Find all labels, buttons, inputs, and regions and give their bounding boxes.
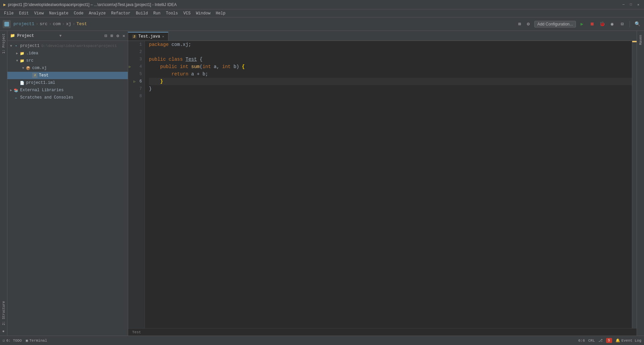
menu-refactor[interactable]: Refactor	[108, 10, 133, 16]
tree-label-project: project1	[20, 44, 40, 48]
left-tab-favorites[interactable]: ★	[0, 328, 7, 336]
line-num-3: 3	[128, 56, 145, 63]
editor-filename-bar: Test	[128, 328, 637, 336]
tray-label: S	[608, 339, 610, 342]
breadcrumb-com[interactable]: com	[53, 21, 60, 26]
encoding-indicator: CRL	[588, 339, 595, 343]
profile-button[interactable]: ⊡	[618, 20, 626, 28]
gutter-run-arrow[interactable]: ▷	[129, 65, 131, 69]
panel-collapse-all[interactable]: ⊟	[105, 33, 107, 39]
cursor-position: 6:6	[578, 339, 585, 343]
project-tree: ▼ ▪ project1 D:\develop\idea\workspace\p…	[7, 41, 128, 336]
title-bar: ▶ project1 [D:\develop\idea\workspace\pr…	[0, 0, 644, 9]
panel-close[interactable]: ✕	[122, 33, 125, 39]
tab-test-java[interactable]: J Test.java ✕	[128, 32, 168, 41]
tree-label-src: src	[26, 58, 34, 63]
scroll-mark-yellow	[632, 41, 637, 42]
main-area: 1: Project 2: Structure ★ 📁 Project ▼ ⊟ …	[0, 31, 644, 336]
tabs-bar: J Test.java ✕	[128, 31, 637, 41]
scratches-icon: ✏	[13, 95, 19, 100]
terminal-label: Terminal	[29, 339, 47, 343]
coverage-button[interactable]: ◉	[608, 20, 616, 28]
todo-label: 6: TODO	[6, 339, 22, 343]
menu-help[interactable]: Help	[213, 10, 228, 16]
code-line-6: }	[149, 78, 632, 85]
title-text: project1 [D:\develop\idea\workspace\proj…	[8, 2, 621, 7]
search-everywhere-button[interactable]: 🔍	[633, 20, 641, 28]
breadcrumb-xj[interactable]: xj	[66, 21, 71, 26]
git-branch-indicator[interactable]: ⎇	[598, 338, 603, 343]
right-panel-tabs: Maven	[637, 31, 644, 336]
project-panel-header: 📁 Project ▼ ⊟ ⊞ ⚙ ✕	[7, 31, 128, 41]
menu-view[interactable]: View	[32, 10, 47, 16]
breadcrumb-test[interactable]: Test	[76, 21, 87, 26]
tree-path-project: D:\develop\idea\workspace\project1	[42, 44, 117, 48]
stop-button[interactable]: ⏹	[588, 20, 596, 28]
tree-item-external-libs[interactable]: ▶ 📚 External Libraries	[7, 87, 128, 94]
line-num-4: 4 ▷	[128, 63, 145, 70]
java-file-icon: J	[32, 73, 38, 78]
project-icon	[3, 20, 11, 28]
breadcrumb-src[interactable]: src	[40, 21, 47, 26]
menu-bar: File Edit View Navigate Code Analyze Ref…	[0, 9, 644, 17]
menu-navigate[interactable]: Navigate	[46, 10, 71, 16]
tree-label-iml: project1.iml	[26, 80, 55, 85]
menu-file[interactable]: File	[1, 10, 16, 16]
arrow-icon: ▶	[15, 51, 19, 55]
panel-expand-all[interactable]: ⊞	[111, 33, 113, 39]
debug-button[interactable]: 🐞	[598, 20, 606, 28]
tree-label-comxj: com.xj	[32, 66, 47, 70]
tree-item-idea[interactable]: ▶ 📁 .idea	[7, 50, 128, 57]
code-line-7: }	[149, 85, 632, 93]
menu-window[interactable]: Window	[193, 10, 213, 16]
panel-settings[interactable]: ⚙	[116, 33, 119, 39]
dropdown-icon[interactable]: ▼	[59, 34, 62, 38]
event-log-button[interactable]: 🔔 Event Log	[615, 338, 641, 343]
menu-vcs[interactable]: VCS	[181, 10, 194, 16]
tree-item-test-java[interactable]: ▶ J Test	[7, 72, 128, 79]
menu-build[interactable]: Build	[133, 10, 151, 16]
project-panel: 📁 Project ▼ ⊟ ⊞ ⚙ ✕ ▼ ▪ project1 D:\deve…	[7, 31, 128, 336]
code-editor[interactable]: 1 2 3 4 ▷ 5 6 ▷	[128, 41, 637, 328]
breadcrumb-project[interactable]: project1	[13, 21, 34, 26]
terminal-panel-button[interactable]: ▣ Terminal	[26, 338, 47, 343]
toolbar-expand-icon[interactable]: ⊞	[516, 20, 524, 28]
line-num-1: 1	[128, 41, 145, 48]
tree-item-project-iml[interactable]: ▶ 📄 project1.iml	[7, 79, 128, 87]
menu-analyze[interactable]: Analyze	[86, 10, 108, 16]
left-tab-project[interactable]: 1: Project	[0, 32, 7, 55]
tab-close-button[interactable]: ✕	[162, 35, 164, 39]
code-content[interactable]: package com.xj; public class Test {	[145, 41, 632, 328]
terminal-icon: ▣	[26, 338, 28, 343]
close-button[interactable]: ✕	[636, 2, 641, 7]
tree-item-src[interactable]: ▼ 📁 src	[7, 57, 128, 64]
tree-item-scratches[interactable]: ▶ ✏ Scratches and Consoles	[7, 94, 128, 101]
right-tab-maven[interactable]: Maven	[637, 32, 644, 48]
window-controls: — □ ✕	[621, 2, 641, 7]
package-icon: 📦	[25, 65, 31, 71]
menu-edit[interactable]: Edit	[16, 10, 32, 16]
tree-label-ext-libs: External Libraries	[20, 88, 64, 93]
project-panel-title: Project	[17, 34, 56, 38]
restore-button[interactable]: □	[629, 2, 633, 7]
tree-item-project-root[interactable]: ▼ ▪ project1 D:\develop\idea\workspace\p…	[7, 42, 128, 50]
project-root-icon: ▪	[13, 43, 19, 49]
todo-panel-button[interactable]: ☑ 6: TODO	[3, 338, 22, 343]
menu-tools[interactable]: Tools	[163, 10, 181, 16]
bottom-bar-left: ☑ 6: TODO ▣ Terminal	[3, 338, 574, 343]
editor-class-name: Test	[132, 330, 141, 334]
minimize-button[interactable]: —	[621, 2, 626, 7]
toolbar-settings-icon[interactable]: ⚙	[524, 20, 532, 28]
menu-run[interactable]: Run	[151, 10, 163, 16]
left-tab-structure[interactable]: 2: Structure	[0, 300, 7, 327]
tree-item-com-xj[interactable]: ▼ 📦 com.xj	[7, 64, 128, 72]
title-icon: ▶	[3, 2, 6, 7]
code-line-2	[149, 48, 632, 56]
menu-code[interactable]: Code	[71, 10, 86, 16]
system-tray: S	[606, 338, 612, 343]
todo-icon: ☑	[3, 338, 5, 343]
line-number-gutter: 1 2 3 4 ▷ 5 6 ▷	[128, 41, 145, 328]
folder-icon: 📁	[19, 58, 25, 63]
add-configuration-button[interactable]: Add Configuration...	[534, 21, 576, 27]
run-button[interactable]: ▶	[578, 20, 586, 28]
